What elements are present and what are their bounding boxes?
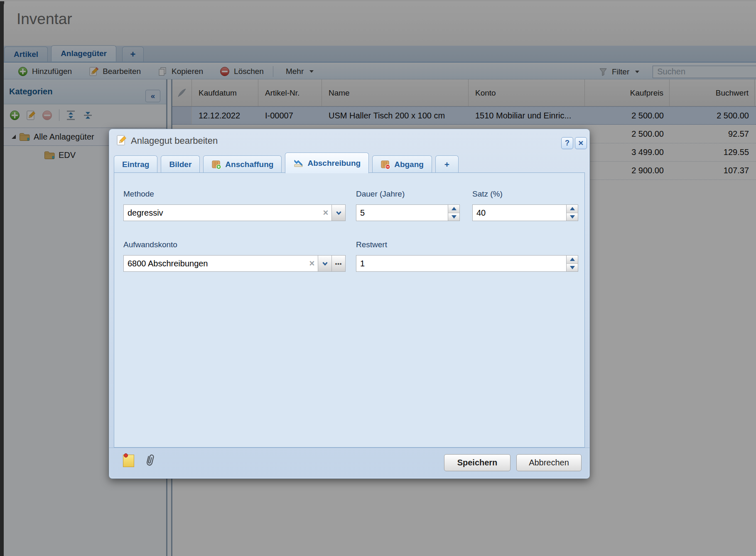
arrow-up-icon [570, 207, 575, 210]
spinner-up-button[interactable] [567, 256, 578, 264]
crate-add-icon [211, 160, 221, 170]
note-icon[interactable] [123, 455, 134, 467]
clear-icon[interactable]: × [320, 205, 331, 221]
pencil-icon [116, 135, 127, 148]
spinner [448, 205, 459, 221]
methode-input[interactable] [124, 205, 320, 221]
dialog-tabbar: Eintrag Bilder Anschaffung Abschreibung … [114, 153, 585, 173]
dialog-title: Anlagegut bearbeiten [131, 135, 218, 146]
spinner-down-button[interactable] [567, 213, 578, 221]
spinner-up-button[interactable] [567, 205, 578, 213]
restwert-input[interactable] [356, 256, 566, 271]
spinner-down-button[interactable] [567, 264, 578, 272]
satz-spinner-field [472, 204, 578, 221]
methode-combobox: × [123, 204, 346, 221]
methode-label: Methode [123, 189, 154, 199]
save-button[interactable]: Speichern [444, 454, 511, 471]
spinner-up-button[interactable] [448, 205, 459, 213]
tab-abschreibung[interactable]: Abschreibung [285, 153, 369, 173]
aufwandskonto-input[interactable] [124, 256, 306, 271]
close-button[interactable]: × [575, 137, 587, 149]
tab-anschaffung[interactable]: Anschaffung [203, 155, 282, 173]
arrow-up-icon [570, 258, 575, 261]
edit-asset-dialog: Anlagegut bearbeiten ? × Eintrag Bilder … [109, 129, 590, 479]
spinner [566, 256, 578, 271]
arrow-up-icon [452, 207, 457, 210]
dropdown-trigger[interactable] [331, 205, 345, 221]
arrow-down-icon [452, 215, 457, 219]
dauer-label: Dauer (Jahre) [356, 189, 405, 199]
dropdown-trigger[interactable] [318, 256, 331, 271]
arrow-down-icon [570, 266, 575, 269]
help-button[interactable]: ? [561, 137, 573, 149]
restwert-spinner-field [356, 255, 578, 272]
tab-eintrag[interactable]: Eintrag [114, 155, 157, 173]
clear-icon[interactable]: × [306, 256, 318, 271]
tab-bilder[interactable]: Bilder [161, 155, 200, 173]
spinner-down-button[interactable] [448, 213, 459, 221]
dialog-content: Methode × Dauer (Jahre) Satz (%) Aufwand… [114, 172, 585, 448]
add-dialog-tab-button[interactable]: + [435, 155, 459, 173]
arrow-down-icon [570, 215, 575, 219]
tab-abgang[interactable]: Abgang [372, 155, 432, 173]
browse-trigger[interactable]: ••• [331, 256, 345, 271]
dauer-spinner-field [356, 204, 460, 221]
chart-decline-icon [293, 158, 304, 168]
aufwandskonto-combobox: × ••• [123, 255, 346, 272]
satz-input[interactable] [473, 205, 566, 221]
dialog-footer: Speichern Abbrechen [109, 448, 589, 478]
dialog-titlebar[interactable]: Anlagegut bearbeiten ? × [109, 129, 589, 152]
aufwandskonto-label: Aufwandskonto [123, 240, 177, 249]
crate-remove-icon [380, 160, 390, 170]
paperclip-icon[interactable] [144, 453, 156, 469]
dauer-input[interactable] [356, 205, 448, 221]
satz-label: Satz (%) [472, 189, 503, 199]
restwert-label: Restwert [356, 240, 387, 249]
cancel-button[interactable]: Abbrechen [516, 454, 582, 471]
spinner [566, 205, 578, 221]
